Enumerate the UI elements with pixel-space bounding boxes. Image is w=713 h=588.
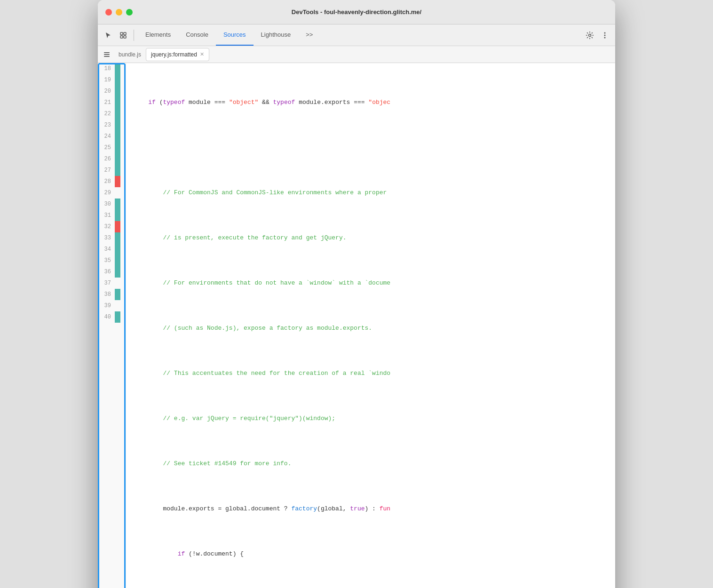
line-row-20: 20: [98, 86, 126, 97]
code-gutter: 18 19 20 21: [98, 63, 126, 588]
coverage-22: [115, 108, 120, 119]
line-row-39: 39: [98, 300, 126, 311]
line-num-31: 31: [98, 210, 115, 221]
line-row-38: 38: [98, 289, 126, 300]
line-num-29: 29: [98, 187, 115, 199]
toolbar-right: [583, 29, 611, 42]
tab-console[interactable]: Console: [178, 24, 216, 46]
code-lines: if (typeof module === "object" && typeof…: [126, 63, 615, 588]
minimize-button[interactable]: [116, 9, 122, 16]
code-line-25: // e.g. var jQuery = require("jquery")(w…: [134, 413, 615, 424]
code-editor: 18 19 20 21: [98, 63, 615, 588]
tab-sources[interactable]: Sources: [216, 24, 254, 46]
titlebar: DevTools - foul-heavenly-direction.glitc…: [98, 0, 615, 24]
line-num-30: 30: [98, 199, 115, 210]
line-row-26: 26: [98, 153, 126, 165]
coverage-32: [115, 221, 120, 232]
line-row-28: 28: [98, 176, 126, 187]
line-num-22: 22: [98, 108, 115, 119]
close-button[interactable]: [105, 9, 112, 16]
more-options-icon[interactable]: [598, 29, 611, 42]
line-num-23: 23: [98, 119, 115, 131]
svg-rect-8: [104, 52, 110, 53]
code-line-27: module.exports = global.document ? facto…: [134, 503, 615, 515]
svg-point-5: [604, 32, 606, 33]
tab-lighthouse[interactable]: Lighthouse: [254, 24, 299, 46]
line-row-34: 34: [98, 244, 126, 255]
code-line-18: if (typeof module === "object" && typeof…: [134, 97, 615, 108]
coverage-33: [115, 232, 120, 244]
close-tab-icon[interactable]: ✕: [200, 51, 204, 57]
coverage-38: [115, 289, 120, 300]
inspect-icon[interactable]: [117, 29, 130, 42]
window-title: DevTools - foul-heavenly-direction.glitc…: [292, 8, 421, 16]
svg-rect-1: [124, 32, 126, 35]
line-num-36: 36: [98, 266, 115, 278]
line-row-35: 35: [98, 255, 126, 266]
line-row-27: 27: [98, 165, 126, 176]
line-row-19: 19: [98, 74, 126, 86]
line-row-30: 30: [98, 199, 126, 210]
file-tabs: bundle.js jquery.js:formatted ✕: [98, 46, 615, 63]
line-row-31: 31: [98, 210, 126, 221]
toolbar-separator: [134, 30, 134, 41]
coverage-20: [115, 86, 120, 97]
line-row-36: 36: [98, 266, 126, 278]
svg-rect-0: [120, 32, 123, 35]
line-num-25: 25: [98, 142, 115, 153]
line-row-37: 37: [98, 278, 126, 289]
line-row-33: 33: [98, 232, 126, 244]
svg-point-4: [589, 34, 591, 36]
svg-rect-10: [104, 56, 110, 57]
svg-point-6: [604, 34, 606, 36]
line-num-40: 40: [98, 311, 115, 323]
line-num-24: 24: [98, 131, 115, 142]
line-row-22: 22: [98, 108, 126, 119]
line-num-26: 26: [98, 153, 115, 165]
code-line-26: // See ticket #14549 for more info.: [134, 458, 615, 469]
coverage-24: [115, 131, 120, 142]
code-line-23: // (such as Node.js), expose a factory a…: [134, 323, 615, 334]
coverage-27: [115, 165, 120, 176]
svg-rect-3: [124, 36, 126, 38]
cursor-icon[interactable]: [102, 29, 115, 42]
settings-icon[interactable]: [583, 29, 596, 42]
tab-elements[interactable]: Elements: [138, 24, 178, 46]
line-num-21: 21: [98, 97, 115, 108]
line-row-18: 18: [98, 63, 126, 74]
devtools-window: DevTools - foul-heavenly-direction.glitc…: [98, 0, 615, 588]
coverage-25: [115, 142, 120, 153]
coverage-19: [115, 74, 120, 86]
coverage-18: [115, 63, 120, 74]
line-row-21: 21: [98, 97, 126, 108]
line-num-19: 19: [98, 74, 115, 86]
coverage-40: [115, 311, 120, 323]
code-line-24: // This accentuates the need for the cre…: [134, 368, 615, 379]
coverage-36: [115, 266, 120, 278]
tab-more[interactable]: >>: [298, 24, 320, 46]
coverage-37: [115, 278, 120, 289]
line-row-23: 23: [98, 119, 126, 131]
coverage-23: [115, 119, 120, 131]
coverage-28: [115, 176, 120, 187]
line-num-35: 35: [98, 255, 115, 266]
coverage-30: [115, 199, 120, 210]
file-tab-jquery[interactable]: jquery.js:formatted ✕: [146, 48, 209, 61]
svg-point-7: [604, 37, 606, 38]
code-line-22: // For environments that do not have a `…: [134, 278, 615, 289]
line-num-20: 20: [98, 86, 115, 97]
line-row-29: 29: [98, 187, 126, 199]
line-row-40: 40: [98, 311, 126, 323]
line-num-32: 32: [98, 221, 115, 232]
svg-rect-9: [104, 54, 110, 55]
navigator-toggle[interactable]: [100, 48, 114, 61]
line-row-25: 25: [98, 142, 126, 153]
line-num-34: 34: [98, 244, 115, 255]
coverage-35: [115, 255, 120, 266]
line-num-33: 33: [98, 232, 115, 244]
line-num-37: 37: [98, 278, 115, 289]
maximize-button[interactable]: [126, 9, 133, 16]
main-toolbar: Elements Console Sources Lighthouse >>: [98, 24, 615, 46]
coverage-39: [115, 300, 120, 311]
file-tab-bundle[interactable]: bundle.js: [114, 48, 146, 61]
